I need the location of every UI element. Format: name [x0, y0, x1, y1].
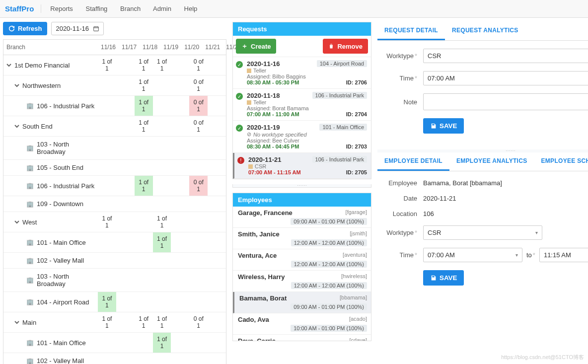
branch-row[interactable]: 🏢104 - Airport Road1 of 1	[3, 292, 226, 312]
employee-item[interactable]: [jsmith]Smith, Janice12:00 AM - 12:00 AM…	[233, 228, 371, 249]
chevron-down-icon[interactable]	[14, 319, 19, 326]
coverage-cell[interactable]: 1 of 1	[135, 75, 153, 95]
employee-item[interactable]: [hwireless]Wireless, Harry12:00 AM - 12:…	[233, 271, 371, 292]
branch-row[interactable]: 🏢109 - Downtown	[3, 196, 226, 212]
chevron-down-icon[interactable]	[14, 123, 19, 130]
employee-item[interactable]: [cdave]Dave, Carrie09:00 AM - 01:00 PM (…	[233, 335, 371, 341]
coverage-cell[interactable]: 1 of 1	[153, 333, 171, 353]
col-date[interactable]: 11/21	[202, 40, 223, 55]
nav-staffing[interactable]: Staffing	[86, 5, 108, 12]
worktype-input[interactable]: CSR	[423, 49, 588, 63]
coverage-cell[interactable]: 1 of 1	[98, 292, 116, 312]
employee-item[interactable]: [aventura]Ventura, Ace12:00 AM - 12:00 A…	[233, 249, 371, 271]
coverage-cell[interactable]: 1 of 1	[153, 55, 171, 75]
nav-help[interactable]: Help	[184, 5, 198, 12]
request-item[interactable]: !106 - Industrial Park2020-11-21 CSRID: …	[233, 153, 371, 179]
branch-row[interactable]: 🏢102 - Valley Mall	[3, 253, 226, 269]
create-button[interactable]: ＋ Create	[236, 39, 276, 54]
col-date[interactable]: 11/19	[160, 40, 181, 55]
refresh-label: Refresh	[18, 25, 42, 32]
panel-resize-handle[interactable]: ⋯⋯	[232, 184, 371, 188]
request-item[interactable]: ✓101 - Main Office2020-11-19⊘ No worktyp…	[233, 121, 371, 153]
remove-button[interactable]: Remove	[323, 39, 368, 54]
employee-username: [jsmith]	[350, 230, 367, 236]
coverage-cell[interactable]: 1 of 1	[135, 55, 153, 75]
coverage-cell[interactable]: 1 of 1	[153, 212, 171, 232]
emp-time-from-select[interactable]: 07:00 AM ▾	[423, 248, 522, 262]
branch-row[interactable]: 🏢105 - South End	[3, 160, 226, 176]
coverage-cell[interactable]: 0 of 1	[189, 75, 208, 95]
coverage-cell[interactable]: 1 of 1	[135, 96, 153, 116]
coverage-cell	[135, 219, 153, 225]
branch-name: 102 - Valley Mall	[37, 257, 84, 264]
request-item[interactable]: ✓106 - Industrial Park2020-11-18 TellerA…	[233, 89, 371, 121]
save-employee-button[interactable]: SAVE	[423, 270, 464, 286]
chevron-down-icon[interactable]	[14, 82, 19, 89]
employee-item[interactable]: [acado]Cado, Ava10:00 AM - 01:00 PM (100…	[233, 313, 371, 335]
chevron-down-icon[interactable]	[6, 62, 11, 69]
branch-row[interactable]: 🏢103 - North Broadway	[3, 269, 226, 292]
chevron-down-icon[interactable]	[14, 218, 19, 226]
coverage-cell[interactable]: 1 of 1	[135, 176, 153, 196]
branch-row[interactable]: 🏢101 - Main Office1 of 1	[3, 232, 226, 253]
tab-request-detail[interactable]: REQUEST DETAIL	[377, 22, 445, 40]
branch-row[interactable]: Main1 of 11 of 11 of 10 of 1	[3, 312, 226, 333]
coverage-cell[interactable]: 1 of 1	[153, 232, 171, 252]
coverage-cell[interactable]: 1 of 1	[98, 212, 116, 232]
employee-name: Smith, Janice	[238, 230, 367, 238]
time-from-select[interactable]: 07:00 AM ▾	[423, 71, 588, 85]
building-icon: 🏢	[26, 164, 34, 171]
branch-row[interactable]: 🏢101 - Main Office1 of 1	[3, 333, 226, 353]
watermark: https://blog.csdn.net@51CTO博客	[501, 354, 584, 361]
coverage-cell	[153, 165, 171, 171]
label-note: Note	[404, 98, 417, 106]
emp-time-to-select[interactable]: 11:15 AM ▾	[539, 248, 588, 262]
employee-item[interactable]: [bbamama]Bamama, Borat09:00 AM - 01:00 P…	[233, 292, 371, 313]
coverage-cell[interactable]: 0 of 1	[189, 116, 208, 136]
coverage-cell[interactable]: 0 of 1	[189, 312, 208, 332]
coverage-cell[interactable]: 1 of 1	[98, 55, 116, 75]
nav-reports[interactable]: Reports	[50, 5, 73, 12]
tab-employee-schedule[interactable]: EMPLOYEE SCHEDULE	[534, 152, 588, 171]
col-date[interactable]: 11/20	[181, 40, 202, 55]
brand-logo[interactable]: StaffPro	[5, 4, 41, 13]
emp-worktype-select[interactable]: CSR ▾	[423, 225, 542, 240]
nav-branch[interactable]: Branch	[120, 5, 141, 12]
tab-employee-analytics[interactable]: EMPLOYEE ANALYTICS	[449, 152, 534, 171]
branch-row[interactable]: 🏢106 - Industrial Park1 of 10 of 1	[3, 176, 226, 196]
coverage-cell[interactable]: 1 of 1	[135, 116, 153, 136]
branch-row[interactable]: 🏢102 - Valley Mall	[3, 353, 226, 364]
branch-row[interactable]: 🏢103 - North Broadway	[3, 137, 226, 160]
request-item[interactable]: ✓104 - Airport Road2020-11-16 TellerAssi…	[233, 57, 371, 89]
branch-row[interactable]: Northwestern1 of 10 of 1	[3, 75, 226, 96]
coverage-cell	[189, 340, 208, 346]
nav-admin[interactable]: Admin	[153, 5, 171, 12]
branch-row[interactable]: West1 of 11 of 1	[3, 212, 226, 232]
col-date[interactable]: 11/16	[98, 40, 119, 55]
save-request-button[interactable]: SAVE	[423, 118, 464, 134]
coverage-cell	[208, 299, 226, 305]
tab-request-analytics[interactable]: REQUEST ANALYTICS	[445, 22, 525, 40]
coverage-cell[interactable]: 1 of 1	[135, 312, 153, 332]
refresh-button[interactable]: Refresh	[3, 22, 47, 35]
col-branch[interactable]: Branch	[3, 40, 98, 55]
coverage-cell	[171, 239, 189, 245]
note-input[interactable]	[423, 93, 588, 110]
coverage-cell[interactable]: 1 of 1	[98, 312, 116, 332]
tab-employee-detail[interactable]: EMPLOYEE DETAIL	[377, 152, 449, 171]
coverage-cell[interactable]: 0 of 1	[189, 176, 208, 196]
branch-row[interactable]: South End1 of 10 of 1	[3, 116, 226, 137]
branch-row[interactable]: 🏢106 - Industrial Park1 of 10 of 1	[3, 96, 226, 116]
employee-slot: 12:00 AM - 12:00 AM (100%)	[238, 282, 367, 289]
date-picker[interactable]: 2020-11-16	[51, 22, 104, 35]
coverage-cell[interactable]: 0 of 1	[189, 96, 208, 116]
coverage-cell[interactable]: 0 of 1	[189, 55, 208, 75]
col-date[interactable]: 11/18	[140, 40, 160, 55]
coverage-cell	[135, 277, 153, 283]
branch-row[interactable]: 1st Demo Financial1 of 11 of 11 of 10 of…	[3, 55, 226, 75]
employee-item[interactable]: [fgarage]Garage, Francene09:00 AM - 01:0…	[233, 207, 371, 228]
col-date[interactable]: 11/17	[119, 40, 140, 55]
chevron-down-icon: ▾	[535, 230, 538, 235]
svg-rect-0	[94, 27, 99, 31]
coverage-cell[interactable]: 1 of 1	[153, 312, 171, 332]
